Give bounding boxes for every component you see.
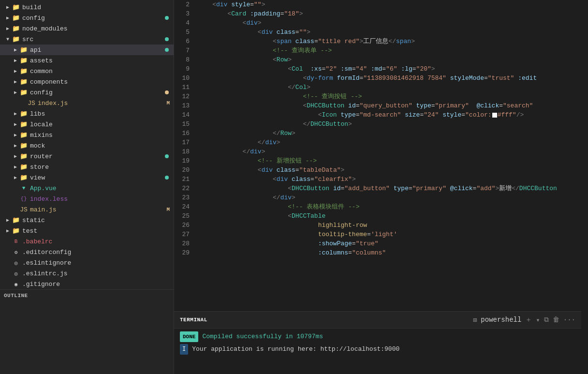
chevron-right-icon: ▶: [4, 217, 12, 223]
folder-icon: 📁: [19, 131, 28, 139]
sidebar-item-view[interactable]: ▶ 📁 view: [0, 172, 174, 183]
editorconfig-icon: ⚙: [12, 249, 20, 255]
outline-bar[interactable]: OUTLINE: [0, 289, 174, 301]
code-line-23: </div>: [197, 193, 581, 202]
sidebar-item-index-less[interactable]: {} index.less: [0, 194, 174, 204]
status-badge: [165, 16, 169, 20]
code-text[interactable]: <div style=""> <Card :padding="18"> <div…: [193, 0, 581, 311]
sidebar-item-label: common: [30, 68, 174, 75]
done-badge: DONE: [180, 331, 198, 342]
babelrc-icon: B: [12, 239, 20, 244]
chevron-right-icon: ▶: [4, 15, 12, 21]
sidebar-item-config-nested[interactable]: ▶ 📁 config: [0, 87, 174, 98]
code-editor: 2 3 4 5 6 7 8 9 10 11 12 13 14 15 16 17 …: [174, 0, 581, 374]
sidebar-item-label: view: [30, 174, 165, 181]
terminal-add-icon[interactable]: ＋: [525, 315, 532, 324]
terminal-line-running: I Your application is running here: http…: [180, 344, 575, 355]
sidebar-item-label: static: [22, 217, 174, 224]
code-line-19: <!-- 新增按钮 -->: [197, 156, 581, 165]
sidebar-item-src[interactable]: ▼ 📁 src: [0, 34, 174, 45]
folder-icon: 📁: [12, 227, 20, 235]
sidebar-item-eslintignore[interactable]: ◎ .eslintignore: [0, 257, 174, 268]
sidebar-item-api[interactable]: ▶ 📁 api: [0, 45, 174, 55]
terminal-shell-label[interactable]: powershell: [481, 316, 521, 324]
sidebar-item-libs[interactable]: ▶ 📁 libs: [0, 108, 174, 119]
chevron-right-icon: ▶: [4, 26, 12, 31]
chevron-right-icon: ▶: [12, 47, 19, 53]
code-line-10: <dy-form formId="113893081462918 7584" s…: [197, 74, 581, 83]
js-file-icon: JS: [19, 206, 28, 213]
code-line-8: <Row>: [197, 55, 581, 64]
sidebar-item-label: src: [22, 36, 165, 43]
less-file-icon: {}: [19, 196, 28, 202]
terminal-more-icon[interactable]: ···: [563, 316, 575, 324]
terminal-header: TERMINAL ⊞ powershell ＋ ▾ ⧉ 🗑 ···: [174, 312, 581, 329]
sidebar-item-store[interactable]: ▶ 📁 store: [0, 162, 174, 172]
sidebar-item-index-js[interactable]: JS index.js M: [0, 98, 174, 108]
sidebar-item-main-js[interactable]: JS main.js M: [0, 204, 174, 215]
folder-icon: 📁: [19, 163, 28, 171]
terminal-controls: ⊞ powershell ＋ ▾ ⧉ 🗑 ···: [473, 315, 575, 324]
status-badge: [165, 90, 169, 94]
sidebar-item-router[interactable]: ▶ 📁 router: [0, 151, 174, 162]
chevron-right-icon: ▶: [12, 153, 19, 159]
sidebar-item-label: mock: [30, 142, 174, 150]
terminal-compile-message: Compiled successfully in 10797ms: [202, 332, 323, 342]
chevron-right-icon: ▶: [4, 4, 12, 10]
folder-icon: 📁: [12, 25, 20, 32]
code-line-5: <div class="">: [197, 28, 581, 37]
code-line-14: <Icon type="md-search" size="24" style="…: [197, 110, 581, 120]
folder-icon: 📁: [19, 46, 28, 54]
sidebar-item-label: libs: [30, 110, 174, 118]
sidebar-item-mixins[interactable]: ▶ 📁 mixins: [0, 130, 174, 140]
terminal-line-compile: DONE Compiled successfully in 10797ms: [180, 331, 575, 342]
chevron-right-icon: ▶: [12, 68, 19, 74]
sidebar-item-label: node_modules: [22, 25, 174, 32]
sidebar-item-locale[interactable]: ▶ 📁 locale: [0, 119, 174, 130]
folder-icon: 📁: [12, 35, 20, 43]
code-line-21: <div class="clearfix">: [197, 175, 581, 184]
sidebar-item-gitignore[interactable]: ◉ .gitignore: [0, 279, 174, 289]
terminal-trash-icon[interactable]: 🗑: [553, 316, 559, 324]
sidebar-item-app-vue[interactable]: ▼ App.vue: [0, 183, 174, 194]
sidebar-item-label: assets: [30, 57, 174, 64]
sidebar-item-config-root[interactable]: ▶ 📁 config: [0, 13, 174, 23]
gitignore-icon: ◉: [12, 281, 20, 287]
code-line-9: <Col :xs="2" :sm="4" :md="6" :lg="20">: [197, 64, 581, 74]
folder-icon: 📁: [19, 174, 28, 181]
folder-icon: 📁: [12, 14, 20, 22]
sidebar-item-assets[interactable]: ▶ 📁 assets: [0, 55, 174, 66]
terminal-body: DONE Compiled successfully in 10797ms I …: [174, 329, 581, 374]
eslintrc-icon: ◎: [12, 270, 20, 277]
sidebar-item-components[interactable]: ▶ 📁 components: [0, 76, 174, 87]
terminal-shell-icon: ⊞: [473, 316, 477, 324]
line-numbers: 2 3 4 5 6 7 8 9 10 11 12 13 14 15 16 17 …: [174, 0, 193, 311]
terminal-running-message: Your application is running here: http:/…: [192, 344, 399, 354]
terminal-dropdown-icon[interactable]: ▾: [536, 316, 540, 324]
folder-icon: 📁: [19, 78, 28, 86]
chevron-right-icon: ▶: [12, 175, 19, 180]
code-content-area[interactable]: 2 3 4 5 6 7 8 9 10 11 12 13 14 15 16 17 …: [174, 0, 581, 311]
sidebar-item-static[interactable]: ▶ 📁 static: [0, 215, 174, 225]
sidebar-item-label: .editorconfig: [22, 249, 174, 256]
sidebar-item-eslintrc-js[interactable]: ◎ .eslintrc.js: [0, 268, 174, 279]
status-badge: [165, 154, 169, 158]
sidebar-item-mock[interactable]: ▶ 📁 mock: [0, 140, 174, 151]
chevron-right-icon: ▶: [12, 121, 19, 127]
sidebar-item-label: main.js: [30, 206, 166, 213]
sidebar-item-label: .eslintrc.js: [22, 270, 174, 277]
sidebar-item-node-modules[interactable]: ▶ 📁 node_modules: [0, 23, 174, 34]
chevron-right-icon: ▶: [12, 132, 19, 138]
code-line-25: <DHCCTable: [197, 211, 581, 221]
terminal-tab[interactable]: TERMINAL: [180, 317, 207, 323]
sidebar-item-test[interactable]: ▶ 📁 test: [0, 225, 174, 236]
sidebar-item-editorconfig[interactable]: ⚙ .editorconfig: [0, 247, 174, 257]
sidebar-item-babelrc[interactable]: B .babelrc: [0, 236, 174, 247]
sidebar-item-label: config: [22, 15, 165, 22]
sidebar-item-build[interactable]: ▶ 📁 build: [0, 2, 174, 13]
terminal-split-icon[interactable]: ⧉: [544, 316, 549, 324]
code-line-29: :columns="columns": [197, 248, 581, 257]
sidebar-item-common[interactable]: ▶ 📁 common: [0, 66, 174, 76]
code-line-16: </Row>: [197, 129, 581, 138]
folder-icon: 📁: [12, 3, 20, 11]
